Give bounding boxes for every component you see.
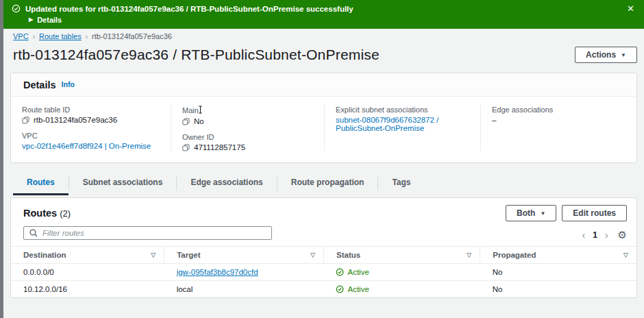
column-label: Propagated: [493, 251, 536, 259]
actions-button[interactable]: Actions ▼: [575, 47, 637, 63]
column-header-propagated[interactable]: Propagated▽: [480, 247, 636, 264]
tab-bar: Routes Subnet associations Edge associat…: [13, 172, 637, 195]
propagated-cell: No: [480, 264, 636, 281]
table-row: 0.0.0.0/0 igw-095faf3b8c97d0cfd Active N…: [11, 264, 636, 281]
column-header-target[interactable]: Target▽: [164, 247, 324, 264]
copy-icon[interactable]: [22, 117, 29, 124]
filter-icon[interactable]: ▽: [623, 252, 628, 258]
filter-icon[interactable]: ▽: [467, 252, 471, 258]
chevron-down-icon: ▼: [540, 210, 545, 217]
page-title: rtb-013124fa057e9ac36 / RTB-PublicSubnet…: [13, 47, 380, 63]
breadcrumb-vpc[interactable]: VPC: [13, 32, 29, 40]
chevron-down-icon: ▼: [621, 52, 626, 58]
status-badge: Active: [336, 285, 471, 293]
route-table-id-value: rtb-013124fa057e9ac36: [34, 116, 117, 124]
filter-routes-input[interactable]: [42, 229, 266, 237]
column-label: Target: [177, 251, 200, 259]
column-header-status[interactable]: Status▽: [323, 247, 480, 264]
owner-id-value: 471112857175: [194, 143, 245, 151]
tab-tags[interactable]: Tags: [378, 172, 424, 195]
vpc-label: VPC: [22, 132, 160, 140]
edge-associations-label: Edge associations: [492, 106, 626, 114]
column-label: Status: [336, 251, 360, 259]
settings-gear-icon[interactable]: ⚙: [618, 230, 627, 240]
target-cell: local: [164, 281, 324, 298]
search-icon: [29, 229, 38, 237]
routes-table: Destination▽ Target▽ Status▽ Propagated▽…: [11, 246, 636, 297]
column-label: Destination: [23, 251, 66, 259]
routes-title: Routes: [23, 208, 57, 219]
previous-page-icon[interactable]: ‹: [582, 230, 586, 240]
propagated-cell: No: [480, 281, 636, 298]
breadcrumb: VPC›Route tables›rtb-013124fa057e9ac36: [13, 32, 637, 40]
edge-associations-value: –: [492, 116, 496, 124]
details-panel: DetailsInfo Route table ID rtb-013124fa0…: [10, 73, 637, 163]
breadcrumb-separator: ›: [82, 33, 92, 40]
destination-cell: 10.12.0.0/16: [11, 281, 164, 298]
details-title: Details: [23, 80, 56, 90]
details-panel-header: DetailsInfo: [11, 73, 636, 97]
next-page-icon[interactable]: ›: [605, 230, 608, 240]
status-check-icon: [336, 268, 344, 276]
main-content: VPC›Route tables›rtb-013124fa057e9ac36 r…: [3, 23, 644, 298]
status-check-icon: [336, 285, 344, 293]
text-cursor: [198, 106, 203, 115]
main-label: Main: [182, 106, 199, 114]
column-header-destination[interactable]: Destination▽: [11, 247, 164, 264]
breadcrumb-current: rtb-013124fa057e9ac36: [92, 32, 172, 40]
filter-input-wrapper: [23, 226, 272, 240]
edit-routes-label: Edit routes: [573, 208, 616, 218]
pagination: ‹ 1 › ⚙: [582, 230, 627, 240]
target-link[interactable]: igw-095faf3b8c97d0cfd: [177, 268, 258, 276]
routes-panel: Routes (2) Both ▼ Edit routes ‹ 1 ›: [10, 197, 637, 298]
status-label: Active: [347, 268, 369, 276]
close-icon[interactable]: ✕: [627, 4, 634, 13]
explicit-subnet-associations-label: Explicit subnet associations: [336, 106, 469, 114]
subnet-association-link[interactable]: subnet-08067f9d667632872 / PublicSubnet-…: [336, 116, 469, 132]
destination-cell: 0.0.0.0/0: [11, 264, 164, 281]
details-column-2: Main No Owner ID 471112857175: [171, 104, 324, 151]
details-column-3: Explicit subnet associations subnet-0806…: [324, 104, 480, 151]
edit-routes-button[interactable]: Edit routes: [562, 205, 627, 221]
breadcrumb-separator: ›: [29, 33, 39, 40]
tab-routes[interactable]: Routes: [13, 172, 69, 195]
details-column-4: Edge associations –: [480, 104, 636, 151]
status-label: Active: [347, 285, 369, 293]
both-dropdown-label: Both: [517, 208, 535, 218]
tab-route-propagation[interactable]: Route propagation: [277, 172, 378, 195]
filter-icon[interactable]: ▽: [310, 252, 315, 258]
caret-right-icon: ▶: [29, 17, 33, 23]
tab-subnet-associations[interactable]: Subnet associations: [69, 172, 177, 195]
tab-edge-associations[interactable]: Edge associations: [177, 172, 276, 195]
route-table-id-label: Route table ID: [22, 106, 160, 114]
actions-button-label: Actions: [586, 50, 616, 60]
main-value: No: [194, 117, 204, 125]
page-number[interactable]: 1: [593, 230, 597, 240]
info-link[interactable]: Info: [62, 80, 75, 88]
filter-icon[interactable]: ▽: [151, 252, 156, 258]
status-badge: Active: [336, 268, 471, 276]
owner-id-label: Owner ID: [182, 133, 313, 141]
success-check-icon: [12, 4, 21, 13]
copy-icon[interactable]: [182, 144, 190, 151]
details-column-1: Route table ID rtb-013124fa057e9ac36 VPC…: [11, 104, 171, 151]
copy-icon[interactable]: [182, 118, 190, 125]
table-row: 10.12.0.0/16 local Active No: [11, 281, 636, 298]
both-dropdown[interactable]: Both ▼: [506, 205, 556, 221]
routes-count: (2): [60, 208, 71, 219]
breadcrumb-route-tables[interactable]: Route tables: [39, 32, 82, 40]
banner-message: Updated routes for rtb-013124fa057e9ac36…: [25, 5, 354, 13]
vpc-link[interactable]: vpc-02f1e46eff7d8f924 | On-Premise: [22, 142, 151, 150]
